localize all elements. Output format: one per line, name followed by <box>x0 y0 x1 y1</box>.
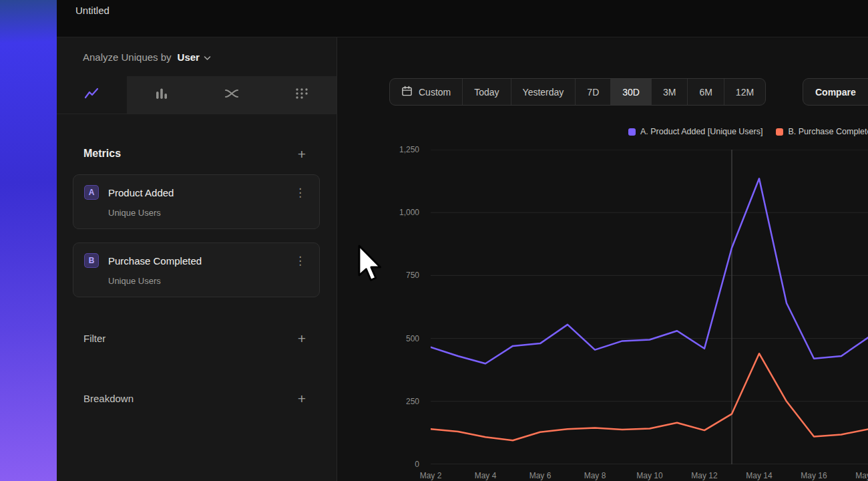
range-button[interactable]: 6M <box>688 79 724 105</box>
calendar-icon <box>401 86 413 99</box>
chart-legend: A. Product Added [Unique Users] B. Purch… <box>628 127 868 136</box>
metrics-header: Metrics + <box>73 145 320 162</box>
add-filter-button[interactable]: + <box>298 331 306 345</box>
x-axis-label: May 4 <box>475 471 497 480</box>
series-line <box>431 178 868 363</box>
metric-card-a[interactable]: A Product Added ⋮ Unique Users <box>73 174 320 229</box>
flows-icon <box>224 87 239 103</box>
range-button[interactable]: 12M <box>724 79 765 105</box>
report-title[interactable]: Untitled <box>75 5 110 16</box>
chart-plot[interactable] <box>431 150 868 464</box>
tab-funnels[interactable] <box>127 76 197 114</box>
tab-flows[interactable] <box>197 76 267 114</box>
legend-item-a[interactable]: A. Product Added [Unique Users] <box>628 127 763 136</box>
range-button[interactable]: Yesterday <box>511 79 576 105</box>
analyze-row: Analyze Uniques by User <box>57 37 337 76</box>
line-chart-icon <box>84 87 99 103</box>
date-range-group: Custom Today Yesterday 7D 30D 3M 6M 12M <box>389 78 766 106</box>
x-axis-label: May 8 <box>584 471 606 480</box>
compare-button[interactable]: Compare <box>803 78 868 106</box>
analyze-label: Analyze Uniques by <box>83 51 172 63</box>
x-axis-label: May 10 <box>636 471 662 480</box>
y-axis: 1,2501,0007505002500 <box>374 150 419 464</box>
y-axis-label: 1,250 <box>399 145 419 154</box>
kebab-menu-icon[interactable]: ⋮ <box>292 186 308 200</box>
legend-item-b[interactable]: B. Purchase Completed [Unique Users] <box>776 127 868 136</box>
query-sidebar: Analyze Uniques by User <box>57 37 337 481</box>
x-axis-label: May 2 <box>420 471 442 480</box>
chevron-down-icon <box>204 51 211 63</box>
y-axis-label: 500 <box>406 334 419 343</box>
metric-card-b[interactable]: B Purchase Completed ⋮ Unique Users <box>73 243 320 297</box>
range-button[interactable]: Today <box>463 79 511 105</box>
add-breakdown-button[interactable]: + <box>298 391 306 406</box>
report-type-tabs <box>57 76 337 114</box>
metrics-title: Metrics <box>83 148 121 160</box>
metric-name: Product Added <box>108 187 282 198</box>
x-axis-label: May 12 <box>691 471 717 480</box>
chart-panel: Custom Today Yesterday 7D 30D 3M 6M 12M … <box>337 37 868 481</box>
metric-card-head: B Purchase Completed ⋮ <box>84 253 308 268</box>
tab-insights[interactable] <box>57 76 127 114</box>
y-axis-label: 1,000 <box>399 208 419 217</box>
breakdown-header: Breakdown + <box>73 389 320 407</box>
add-metric-button[interactable]: + <box>298 147 306 161</box>
filter-header: Filter + <box>73 329 320 347</box>
breakdown-title: Breakdown <box>83 393 134 404</box>
custom-range-label: Custom <box>419 87 451 98</box>
x-axis-label: May 16 <box>801 471 827 480</box>
metric-measurement[interactable]: Unique Users <box>108 208 308 218</box>
analyze-by-dropdown[interactable]: User <box>178 51 211 63</box>
legend-label: B. Purchase Completed [Unique Users] <box>788 127 868 136</box>
x-axis: May 2May 4May 6May 8May 10May 12May 14Ma… <box>431 471 868 481</box>
y-axis-label: 250 <box>406 397 419 406</box>
series-line <box>431 353 868 440</box>
legend-swatch <box>628 128 636 136</box>
dots-grid-icon <box>294 87 309 103</box>
kebab-menu-icon[interactable]: ⋮ <box>292 254 308 268</box>
bar-chart-icon <box>154 87 169 103</box>
analyze-by-value: User <box>178 51 200 63</box>
legend-swatch <box>776 128 783 136</box>
metric-card-head: A Product Added ⋮ <box>84 185 308 200</box>
tab-retention[interactable] <box>266 76 337 114</box>
range-button[interactable]: 7D <box>576 79 611 105</box>
x-axis-label: May 18 <box>855 471 868 480</box>
metric-badge-b: B <box>84 253 99 268</box>
metric-badge-a: A <box>84 185 99 200</box>
metric-measurement[interactable]: Unique Users <box>108 276 308 286</box>
x-axis-label: May 6 <box>529 471 552 480</box>
filter-title: Filter <box>83 333 105 344</box>
brand-gradient-strip <box>0 0 57 481</box>
metric-name: Purchase Completed <box>108 255 282 267</box>
y-axis-label: 0 <box>415 460 419 469</box>
range-button[interactable]: 3M <box>652 79 688 105</box>
y-axis-label: 750 <box>406 271 419 280</box>
custom-range-button[interactable]: Custom <box>390 79 463 105</box>
top-bar: Untitled <box>57 0 868 37</box>
legend-label: A. Product Added [Unique Users] <box>640 127 763 136</box>
range-button[interactable]: 30D <box>611 79 652 105</box>
x-axis-label: May 14 <box>746 471 772 480</box>
